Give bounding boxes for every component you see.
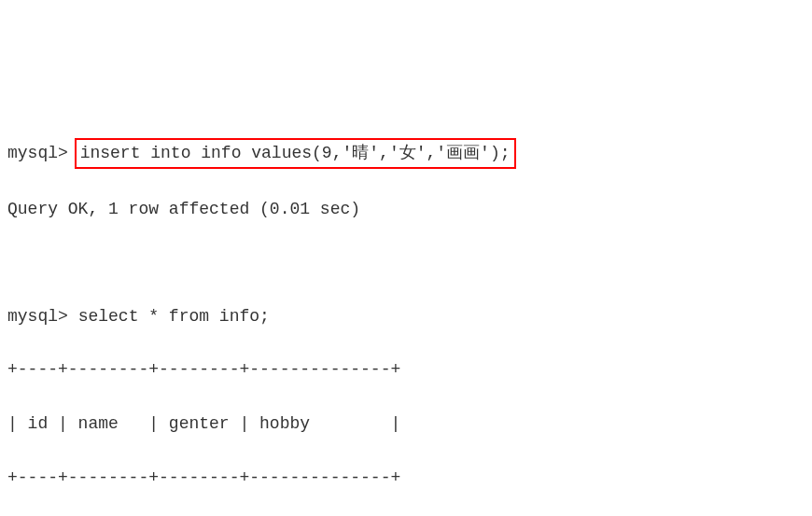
table-header: | id | name | genter | hobby | (7, 411, 805, 438)
table-border: +----+--------+--------+--------------+ (7, 465, 805, 492)
table-border: +----+--------+--------+--------------+ (7, 356, 805, 384)
mysql-prompt: mysql> (7, 144, 68, 162)
select-command: select * from info; (78, 307, 270, 326)
query-ok-line: Query OK, 1 row affected (0.01 sec) (7, 196, 805, 223)
blank-line (7, 249, 805, 276)
mysql-prompt: mysql> (7, 307, 68, 326)
insert-command: insert into info values(9,'晴','女','画画'); (80, 144, 511, 162)
terminal-output: mysql> insert into info values(9,'晴','女'… (7, 111, 805, 516)
prompt-line-insert: mysql> insert into info values(9,'晴','女'… (7, 138, 805, 169)
insert-command-highlight: insert into info values(9,'晴','女','画画'); (75, 138, 516, 169)
prompt-line-select: mysql> select * from info; (7, 303, 805, 330)
